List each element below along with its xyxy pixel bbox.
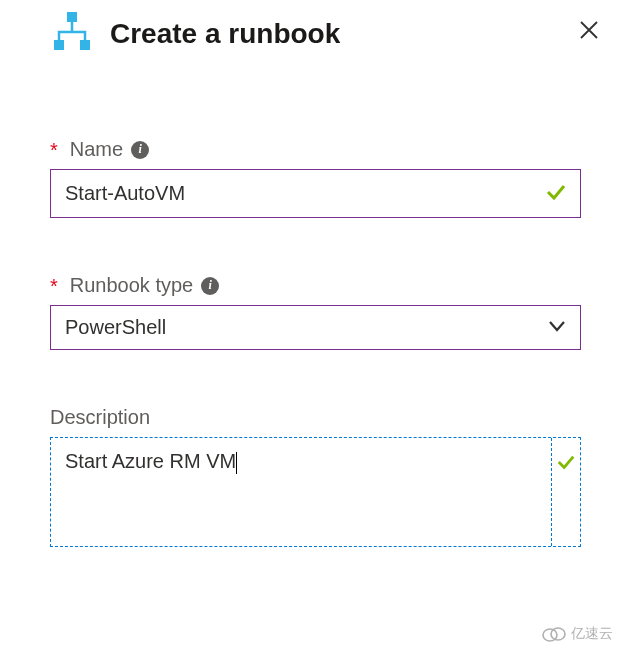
required-indicator: *: [50, 276, 58, 296]
runbook-icon: [50, 10, 94, 58]
description-field-group: Description Start Azure RM VM: [50, 406, 581, 547]
watermark: 亿速云: [541, 625, 613, 643]
close-button[interactable]: [575, 16, 603, 44]
svg-rect-2: [80, 40, 90, 50]
required-indicator: *: [50, 140, 58, 160]
panel-header: Create a runbook: [50, 10, 581, 58]
name-field-group: * Name i: [50, 138, 581, 218]
close-icon: [578, 19, 600, 41]
name-label: Name: [70, 138, 123, 161]
runbook-type-select-wrap: PowerShell: [50, 305, 581, 350]
create-runbook-panel: Create a runbook * Name i * Runbook type…: [0, 0, 631, 567]
description-textarea[interactable]: Start Azure RM VM: [51, 438, 552, 546]
name-input-wrap: [50, 169, 581, 218]
text-caret: [236, 452, 237, 474]
svg-rect-1: [54, 40, 64, 50]
info-icon[interactable]: i: [201, 277, 219, 295]
watermark-icon: [541, 626, 567, 642]
panel-title: Create a runbook: [110, 18, 340, 50]
svg-point-4: [551, 628, 565, 640]
description-label-row: Description: [50, 406, 581, 429]
runbook-type-value: PowerShell: [65, 316, 166, 338]
description-label: Description: [50, 406, 150, 429]
runbook-type-label-row: * Runbook type i: [50, 274, 581, 297]
checkmark-icon: [556, 452, 576, 472]
description-valid-indicator: [552, 438, 580, 546]
name-label-row: * Name i: [50, 138, 581, 161]
description-textarea-wrap: Start Azure RM VM: [50, 437, 581, 547]
watermark-text: 亿速云: [571, 625, 613, 643]
name-input[interactable]: [50, 169, 581, 218]
info-icon[interactable]: i: [131, 141, 149, 159]
svg-rect-0: [67, 12, 77, 22]
runbook-type-select[interactable]: PowerShell: [50, 305, 581, 350]
runbook-type-field-group: * Runbook type i PowerShell: [50, 274, 581, 350]
runbook-type-label: Runbook type: [70, 274, 193, 297]
